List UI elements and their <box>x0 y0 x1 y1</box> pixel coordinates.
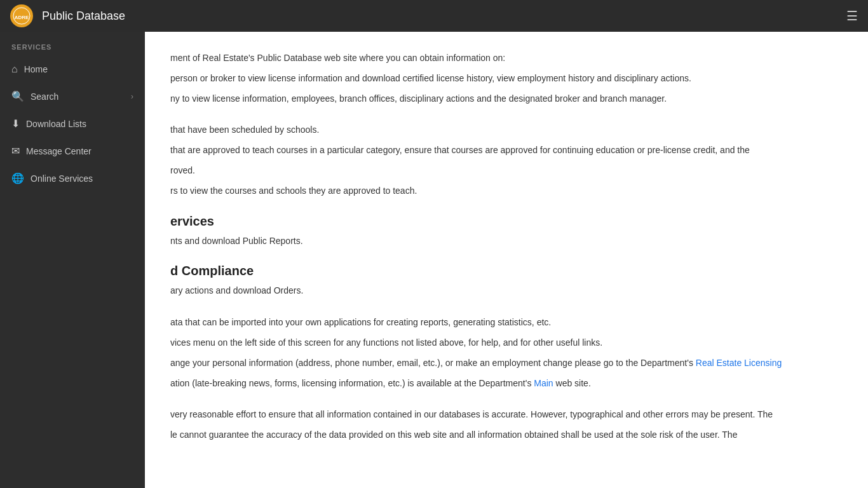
courses-instructors-text: rs to view the courses and schools they … <box>170 184 843 199</box>
sidebar-item-download-label: Download Lists <box>26 119 86 129</box>
news-info-text: ation (late-breaking news, forms, licens… <box>170 376 843 391</box>
sidebar-item-search-label: Search <box>31 92 58 102</box>
main-content: ment of Real Estate's Public Database we… <box>145 32 868 488</box>
services-text: nts and download Public Reports. <box>170 234 843 249</box>
sidebar-item-online-services[interactable]: 🌐 Online Services <box>0 165 145 192</box>
sidebar-item-home[interactable]: ⌂ Home <box>0 56 145 83</box>
sidebar: SERVICES ⌂ Home 🔍 Search › ⬇ Download Li… <box>0 32 145 488</box>
services-menu-text: vices menu on the left side of this scre… <box>170 336 843 351</box>
layout: SERVICES ⌂ Home 🔍 Search › ⬇ Download Li… <box>0 32 868 488</box>
disclaimer-text: very reasonable effort to ensure that al… <box>170 407 843 423</box>
intro-text: ment of Real Estate's Public Database we… <box>170 51 843 66</box>
sidebar-item-home-label: Home <box>24 64 48 74</box>
personal-info-text: ange your personal information (address,… <box>170 356 843 371</box>
globe-icon: 🌐 <box>11 172 24 184</box>
sidebar-item-message-center[interactable]: ✉ Message Center <box>0 137 145 165</box>
envelope-icon: ✉ <box>11 145 20 157</box>
search-icon: 🔍 <box>11 90 24 102</box>
main-link[interactable]: Main <box>534 378 553 388</box>
sidebar-item-download-lists[interactable]: ⬇ Download Lists <box>0 110 145 137</box>
navbar-title: Public Database <box>42 10 837 23</box>
home-icon: ⌂ <box>11 64 18 75</box>
menu-icon[interactable]: ☰ <box>846 8 858 24</box>
download-icon: ⬇ <box>11 118 20 130</box>
courses-scheduled-text: that have been scheduled by schools. <box>170 123 843 138</box>
license-company-text: ny to view license information, employee… <box>170 92 843 107</box>
download-data-text: ata that can be imported into your own a… <box>170 315 843 330</box>
license-salesperson-text: person or broker to view license informa… <box>170 71 843 86</box>
svg-text:ADRE: ADRE <box>15 15 29 20</box>
disclaimer2-text: le cannot guarantee the accuracy of the … <box>170 428 843 443</box>
courses-approved-text: that are approved to teach courses in a … <box>170 143 843 158</box>
section-compliance-heading: d Compliance <box>170 264 843 278</box>
sidebar-item-message-label: Message Center <box>26 146 92 156</box>
section-services-heading: ervices <box>170 214 843 229</box>
compliance-text: ary actions and download Orders. <box>170 283 843 299</box>
courses-approved2-text: roved. <box>170 163 843 179</box>
real-estate-licensing-link[interactable]: Real Estate Licensing <box>696 358 782 368</box>
sidebar-item-online-label: Online Services <box>31 173 93 184</box>
navbar: ADRE Public Database ☰ <box>0 0 868 32</box>
navbar-logo: ADRE <box>10 4 33 27</box>
chevron-right-icon: › <box>131 92 133 101</box>
sidebar-section-label: SERVICES <box>0 32 145 56</box>
sidebar-item-search[interactable]: 🔍 Search › <box>0 83 145 110</box>
